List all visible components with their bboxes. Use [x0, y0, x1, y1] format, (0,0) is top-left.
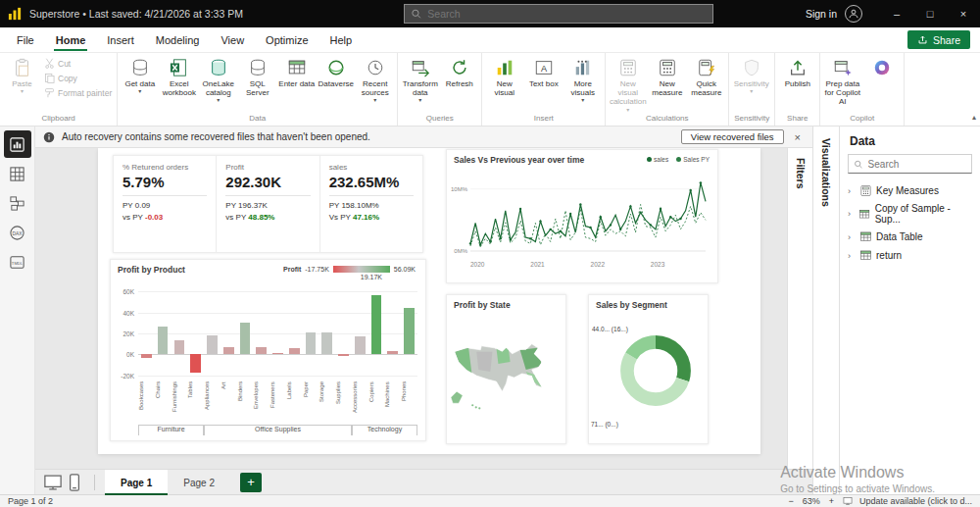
visualizations-pane-collapsed[interactable]: Visualizations [812, 127, 840, 494]
menu-home[interactable]: Home [45, 27, 97, 52]
bar-column-envelopes[interactable] [253, 289, 270, 380]
ribbon-publish[interactable]: Publish [778, 55, 816, 88]
report-canvas[interactable]: % Returend orders5.79%PY 0.09vs PY -0.03… [35, 148, 787, 469]
page-tab-page-1[interactable]: Page 1 [105, 470, 168, 495]
global-search-input[interactable] [427, 8, 707, 20]
page-tab-page-2[interactable]: Page 2 [168, 470, 230, 495]
bar-column-machines[interactable] [384, 289, 401, 380]
notification-close-icon[interactable]: × [791, 131, 805, 143]
ribbon-excel-workbook[interactable]: Excel workbook [160, 55, 198, 97]
ribbon-prep-data-for-copilot-ai[interactable]: Prep data for Copilot AI [823, 55, 861, 107]
kpi-sales[interactable]: sales232.65M%PY 158.10M%Vs PY 47.16% [320, 156, 422, 252]
kpi-card-visual[interactable]: % Returend orders5.79%PY 0.09vs PY -0.03… [113, 155, 423, 253]
svg-text:TMDL: TMDL [12, 260, 24, 265]
donut-label: 71... (0...) [591, 421, 618, 428]
bar-column-supplies[interactable] [335, 289, 352, 380]
ribbon-paste[interactable]: Paste▾ [3, 55, 41, 94]
zoom-in-button[interactable]: + [827, 496, 836, 506]
bar-column-art[interactable] [220, 289, 237, 380]
ribbon-text-box[interactable]: AText box [524, 55, 563, 88]
bar-column-copiers[interactable] [368, 289, 385, 380]
bar-column-binders[interactable] [237, 289, 254, 380]
rail-table-view[interactable] [4, 160, 31, 187]
data-item-key-measures[interactable]: ›Key Measures [840, 181, 980, 200]
ribbon-get-data[interactable]: Get data▾ [121, 55, 159, 94]
bar-column-appliances[interactable] [204, 289, 220, 380]
update-available-link[interactable]: Update available (click to d... [859, 496, 972, 506]
share-button[interactable]: Share [907, 30, 970, 49]
chevron-right-icon[interactable]: › [848, 186, 856, 196]
ribbon-format-painter[interactable]: Format painter [42, 86, 114, 99]
desktop-layout-icon[interactable] [43, 473, 63, 492]
ribbon-new-visual-calculation[interactable]: New visual calculation▾ [609, 55, 647, 113]
rail-tmdl-view[interactable]: TMDL [4, 248, 31, 276]
ribbon-new-measure[interactable]: New measure [648, 55, 686, 97]
new-page-button[interactable]: + [240, 473, 262, 492]
rail-dax-query-view[interactable]: DAX [4, 219, 31, 246]
kpi-returend-orders[interactable]: % Returend orders5.79%PY 0.09vs PY -0.03 [114, 156, 217, 252]
bar-column-paper[interactable] [303, 289, 319, 380]
ribbon-enter-data[interactable]: Enter data [277, 55, 316, 88]
rail-report-view[interactable] [4, 130, 31, 158]
bar-column-accessories[interactable] [352, 289, 368, 380]
data-item-data-table[interactable]: ›Data Table [840, 228, 980, 246]
svg-text:DAX: DAX [12, 230, 23, 235]
ribbon-quick-measure[interactable]: Quick measure [687, 55, 725, 97]
mobile-layout-icon[interactable] [65, 473, 84, 492]
ribbon-copilot[interactable] [862, 55, 901, 79]
collapse-ribbon-icon[interactable]: ▴ [972, 113, 976, 122]
kpi-profit[interactable]: Profit292.30KPY 196.37Kvs PY 48.85% [217, 156, 319, 252]
global-search[interactable] [404, 4, 713, 24]
ribbon-cut[interactable]: Cut [42, 57, 114, 70]
menu-insert[interactable]: Insert [96, 27, 145, 52]
ribbon-more-visuals[interactable]: More visuals▾ [564, 55, 602, 103]
chevron-right-icon[interactable]: › [848, 251, 856, 261]
ribbon-sql-server[interactable]: SQL Server [238, 55, 276, 97]
more-visuals-icon [573, 58, 593, 77]
bar-column-bookcases[interactable] [138, 289, 155, 380]
ribbon-transform-data[interactable]: Transform data▾ [401, 55, 439, 103]
menu-modeling[interactable]: Modeling [145, 27, 211, 52]
zoom-out-button[interactable]: − [786, 496, 795, 506]
divider [94, 475, 95, 490]
bar-chart-visual[interactable]: Profit by Product Profit -17.75K 56.09K … [110, 259, 426, 441]
minimize-button[interactable]: – [880, 0, 913, 27]
view-recovered-files-button[interactable]: View recovered files [681, 129, 784, 144]
account-avatar[interactable] [845, 5, 862, 23]
data-search-input[interactable] [868, 159, 966, 170]
menu-file[interactable]: File [6, 27, 45, 52]
filters-pane-collapsed[interactable]: Filters [787, 148, 812, 469]
ribbon-onelake-catalog[interactable]: OneLake catalog▾ [199, 55, 237, 103]
ribbon-dataverse[interactable]: Dataverse [317, 55, 355, 88]
bar-column-phones[interactable] [401, 289, 417, 380]
ribbon-group-clipboard: Paste▾CutCopyFormat painterClipboard [0, 53, 118, 126]
bar-column-fasteners[interactable] [270, 289, 286, 380]
bar-column-storage[interactable] [318, 289, 335, 380]
chevron-right-icon[interactable]: › [848, 209, 855, 219]
data-item-return[interactable]: ›return [840, 246, 980, 265]
menu-help[interactable]: Help [319, 27, 364, 52]
menu-optimize[interactable]: Optimize [255, 27, 318, 52]
maximize-button[interactable]: □ [913, 0, 947, 27]
close-button[interactable]: × [947, 0, 980, 27]
ribbon-recent-sources[interactable]: Recent sources▾ [356, 55, 394, 103]
donut-visual[interactable]: Sales by Segment 44.0... (16...)71... (0… [588, 294, 709, 444]
data-search[interactable] [848, 154, 972, 174]
menu-view[interactable]: View [210, 27, 255, 52]
line-chart-visual[interactable]: Sales Vs Previous year over time salesSa… [446, 149, 718, 283]
bar-column-chairs[interactable] [155, 289, 172, 380]
ribbon-group-label: Clipboard [3, 113, 114, 126]
ribbon-new-visual[interactable]: New visual [485, 55, 523, 97]
bar-column-furnishings[interactable] [172, 289, 188, 380]
ribbon-sensitivity[interactable]: Sensitivity▾ [732, 55, 770, 94]
map-visual[interactable]: Profit by State [446, 294, 566, 444]
data-item-copy-of-sample-sup[interactable]: ›Copy of Sample - Sup... [840, 200, 980, 228]
ribbon-refresh[interactable]: Refresh [440, 55, 478, 88]
ribbon-copy[interactable]: Copy [42, 72, 114, 84]
chevron-right-icon[interactable]: › [848, 232, 856, 242]
bar-column-tables[interactable] [187, 289, 204, 380]
bar-column-labels[interactable] [286, 289, 303, 380]
rail-model-view[interactable] [4, 189, 31, 217]
page-navigation: Page 1Page 2 + [35, 469, 812, 494]
sign-in-link[interactable]: Sign in [798, 8, 845, 20]
